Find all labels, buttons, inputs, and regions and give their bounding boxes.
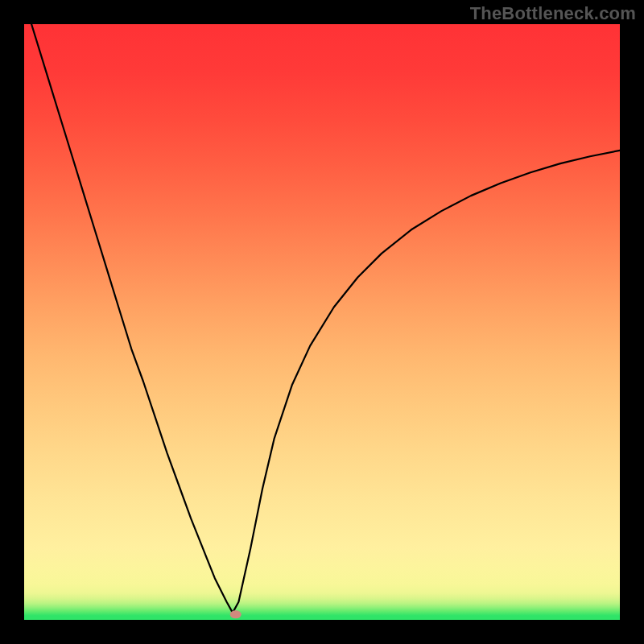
optimum-marker: [230, 610, 242, 618]
bottleneck-curve: [24, 0, 620, 613]
plot-area: [24, 24, 620, 620]
watermark-text: TheBottleneck.com: [470, 3, 636, 24]
chart-svg: [24, 24, 620, 620]
chart-frame: TheBottleneck.com: [0, 0, 644, 644]
